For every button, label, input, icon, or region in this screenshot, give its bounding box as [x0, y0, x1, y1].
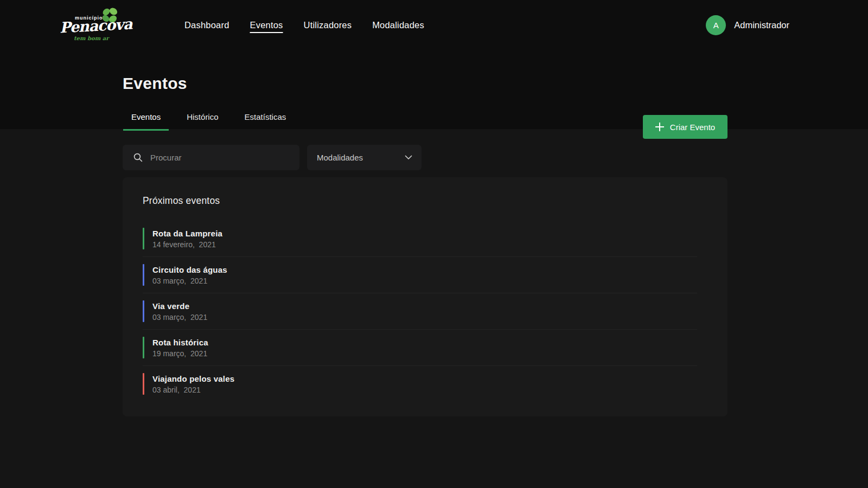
- event-info: Via verde 03 março, 2021: [152, 301, 207, 322]
- event-color-bar: [143, 373, 144, 395]
- logo-tagline-text: tem bom ar: [74, 35, 109, 41]
- event-list: Rota da Lampreia 14 fevereiro, 2021 Circ…: [143, 221, 697, 402]
- search-icon: [133, 153, 143, 162]
- event-info: Rota histórica 19 março, 2021: [152, 338, 208, 358]
- plus-icon: [655, 123, 664, 131]
- top-section: município Penacova tem bom ar Dashboard …: [0, 0, 868, 129]
- event-color-bar: [143, 228, 144, 249]
- page-title: Eventos: [123, 74, 187, 93]
- event-name: Circuito das águas: [152, 265, 227, 274]
- event-info: Circuito das águas 03 março, 2021: [152, 265, 227, 285]
- event-date: 03 abril, 2021: [152, 386, 234, 394]
- filters-row: Modalidades: [123, 145, 422, 170]
- event-row[interactable]: Via verde 03 março, 2021: [143, 293, 697, 330]
- logo-name-text: Penacova: [59, 16, 132, 36]
- event-row[interactable]: Rota da Lampreia 14 fevereiro, 2021: [143, 221, 697, 257]
- avatar[interactable]: A: [706, 15, 726, 35]
- main-nav: Dashboard Eventos Utilizadores Modalidad…: [184, 0, 424, 50]
- modalities-dropdown-label: Modalidades: [317, 153, 363, 162]
- search-input[interactable]: [150, 153, 286, 162]
- create-event-label: Criar Evento: [670, 123, 715, 132]
- card-title: Próximos eventos: [143, 195, 697, 207]
- event-name: Via verde: [152, 301, 207, 311]
- tab-eventos[interactable]: Eventos: [123, 112, 169, 131]
- nav-item-dashboard[interactable]: Dashboard: [184, 20, 229, 30]
- event-row[interactable]: Viajando pelos vales 03 abril, 2021: [143, 366, 697, 402]
- event-date: 03 março, 2021: [152, 277, 227, 285]
- user-name: Administrador: [734, 20, 789, 30]
- event-date: 03 março, 2021: [152, 313, 207, 322]
- penacova-logo[interactable]: município Penacova tem bom ar: [60, 8, 125, 42]
- modalities-dropdown[interactable]: Modalidades: [307, 145, 422, 170]
- event-color-bar: [143, 300, 144, 322]
- tab-bar: Eventos Histórico Estatísticas: [123, 112, 312, 131]
- nav-item-modalidades[interactable]: Modalidades: [372, 20, 424, 30]
- event-name: Viajando pelos vales: [152, 374, 234, 383]
- event-row[interactable]: Rota histórica 19 março, 2021: [143, 330, 697, 366]
- nav-item-eventos[interactable]: Eventos: [250, 20, 283, 30]
- create-event-button[interactable]: Criar Evento: [643, 115, 727, 139]
- search-box[interactable]: [123, 145, 299, 170]
- event-date: 19 março, 2021: [152, 349, 208, 358]
- event-name: Rota da Lampreia: [152, 229, 222, 238]
- event-color-bar: [143, 264, 144, 286]
- header: município Penacova tem bom ar Dashboard …: [0, 0, 868, 50]
- tab-estatisticas[interactable]: Estatísticas: [245, 112, 286, 131]
- event-color-bar: [143, 337, 144, 358]
- tab-historico[interactable]: Histórico: [187, 112, 218, 131]
- chevron-down-icon: [405, 155, 412, 160]
- event-row[interactable]: Circuito das águas 03 março, 2021: [143, 257, 697, 293]
- event-info: Rota da Lampreia 14 fevereiro, 2021: [152, 229, 222, 249]
- user-menu[interactable]: A Administrador: [706, 0, 789, 50]
- upcoming-events-card: Próximos eventos Rota da Lampreia 14 fev…: [123, 177, 727, 416]
- nav-item-utilizadores[interactable]: Utilizadores: [304, 20, 352, 30]
- event-name: Rota histórica: [152, 338, 208, 347]
- page: município Penacova tem bom ar Dashboard …: [0, 0, 868, 488]
- event-info: Viajando pelos vales 03 abril, 2021: [152, 374, 234, 394]
- event-date: 14 fevereiro, 2021: [152, 240, 222, 249]
